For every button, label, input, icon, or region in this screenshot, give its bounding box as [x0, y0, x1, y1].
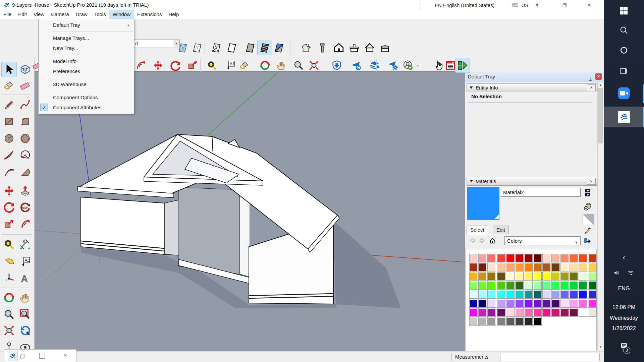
- color-swatch[interactable]: [506, 272, 514, 280]
- toolbar-back-edges-button[interactable]: [190, 41, 204, 55]
- color-swatch[interactable]: [470, 317, 478, 325]
- color-swatch[interactable]: [570, 290, 578, 298]
- color-swatch[interactable]: [506, 254, 514, 262]
- details-icon[interactable]: [583, 237, 591, 245]
- toolbar-get-models-button[interactable]: [330, 58, 344, 72]
- color-swatch[interactable]: [470, 281, 478, 289]
- color-swatch[interactable]: [543, 254, 551, 262]
- color-swatch[interactable]: [488, 263, 496, 271]
- language-bar[interactable]: EN English (United States) US ▲▼: [419, 1, 538, 9]
- tool-previous-view-button[interactable]: [18, 323, 33, 338]
- keyboard-layout-code[interactable]: US: [521, 2, 528, 8]
- color-swatch[interactable]: [497, 263, 505, 271]
- color-swatch[interactable]: [579, 263, 587, 271]
- color-swatch[interactable]: [561, 263, 569, 271]
- tool-dimension-button[interactable]: 3: [18, 237, 33, 252]
- color-swatch[interactable]: [543, 308, 551, 316]
- toolbar-orbit-button[interactable]: [258, 58, 272, 72]
- color-swatch[interactable]: [533, 308, 541, 316]
- color-swatch[interactable]: [488, 308, 496, 316]
- color-swatch[interactable]: [570, 254, 578, 262]
- color-swatch[interactable]: [524, 281, 532, 289]
- tool-pie-button[interactable]: [18, 148, 33, 163]
- tool-pan-button[interactable]: [18, 290, 33, 305]
- color-swatch[interactable]: [479, 308, 487, 316]
- materials-close-icon[interactable]: ×: [587, 178, 596, 185]
- color-swatch[interactable]: [561, 290, 569, 298]
- close-icon[interactable]: ×: [63, 352, 67, 359]
- color-swatch[interactable]: [561, 299, 569, 307]
- tool-two-point-arc-button[interactable]: [2, 165, 16, 179]
- color-swatch[interactable]: [552, 254, 560, 262]
- color-swatch[interactable]: [579, 254, 587, 262]
- tool-paint-bucket-button[interactable]: [2, 78, 16, 93]
- tool-polygon-button[interactable]: [18, 131, 33, 146]
- color-swatch[interactable]: [506, 317, 514, 325]
- color-swatch[interactable]: [470, 272, 478, 280]
- menu-item-component-attributes[interactable]: ✓Component Attributes: [39, 103, 134, 113]
- color-swatch[interactable]: [552, 281, 560, 289]
- toolbar-share-component-button[interactable]: [368, 58, 382, 72]
- maximize-icon[interactable]: [39, 353, 45, 359]
- tool-orbit-button[interactable]: [2, 290, 16, 305]
- speaker-icon[interactable]: [613, 269, 621, 277]
- keyboard-icon[interactable]: [512, 2, 519, 8]
- color-swatch[interactable]: [588, 290, 596, 298]
- color-swatch[interactable]: [479, 281, 487, 289]
- secondary-pane-button[interactable]: [582, 187, 594, 198]
- color-swatch[interactable]: [533, 317, 541, 325]
- color-swatch[interactable]: [543, 281, 551, 289]
- toolbar-interact-hand-button[interactable]: [431, 58, 445, 72]
- wifi-icon[interactable]: [627, 269, 634, 277]
- color-swatch[interactable]: [479, 254, 487, 262]
- collapse-icon[interactable]: [470, 86, 473, 89]
- tool-text-button[interactable]: A1: [18, 254, 33, 269]
- clock-day[interactable]: Wednesday: [604, 315, 644, 321]
- toolbar-wireframe-button[interactable]: [209, 41, 223, 55]
- mat-stack-icon[interactable]: [583, 188, 593, 197]
- color-swatch[interactable]: [497, 308, 505, 316]
- toolbar-xray-button[interactable]: [176, 41, 190, 55]
- toolbar-view-back-button[interactable]: [363, 41, 377, 55]
- color-swatch[interactable]: [533, 254, 541, 262]
- task-view-icon[interactable]: [604, 64, 644, 78]
- language-indicator[interactable]: ENG: [604, 286, 644, 292]
- language-options-icon[interactable]: ▲▼: [536, 3, 538, 7]
- tool-eraser-button[interactable]: [18, 78, 33, 93]
- toolbar-rotate-button[interactable]: [168, 58, 182, 72]
- toolbar-zoom-button[interactable]: [291, 58, 306, 72]
- color-swatch[interactable]: [470, 290, 478, 298]
- tray-close-icon[interactable]: ✕: [595, 73, 602, 80]
- clock-date[interactable]: 1/26/2022: [604, 325, 644, 331]
- restore-icon[interactable]: [20, 353, 26, 359]
- toolbar-account-caret-button[interactable]: [415, 58, 421, 72]
- materials-header[interactable]: Materials ×: [467, 177, 597, 186]
- toolbar-move-button[interactable]: [151, 58, 165, 72]
- color-swatch[interactable]: [470, 308, 478, 316]
- eyedropper-icon[interactable]: [584, 227, 592, 235]
- menu-window[interactable]: Window: [109, 10, 134, 19]
- menu-item-model-info[interactable]: Model Info: [39, 56, 134, 66]
- color-swatch[interactable]: [588, 299, 596, 307]
- active-material-swatch[interactable]: [467, 187, 499, 220]
- start-button[interactable]: [604, 3, 644, 18]
- color-swatch[interactable]: [515, 308, 523, 316]
- color-swatch[interactable]: [524, 290, 532, 298]
- color-swatch[interactable]: [524, 272, 532, 280]
- home-icon[interactable]: [489, 237, 496, 244]
- toolbar-offset-button[interactable]: [133, 58, 148, 72]
- scroll-up-icon[interactable]: ▲: [598, 82, 603, 88]
- menu-item-3d-warehouse[interactable]: 3D Warehouse: [39, 79, 134, 89]
- color-swatch[interactable]: [588, 263, 596, 271]
- material-name-input[interactable]: Material2: [501, 188, 581, 197]
- color-swatch[interactable]: [506, 299, 514, 307]
- win-search-icon[interactable]: [619, 25, 629, 35]
- menu-camera[interactable]: Camera: [48, 10, 72, 19]
- color-swatch[interactable]: [479, 272, 487, 280]
- default-material-button[interactable]: [583, 214, 594, 225]
- tool-scale-button[interactable]: [2, 217, 16, 232]
- measurements-input[interactable]: [500, 353, 600, 361]
- speaker-icon[interactable]: [613, 269, 621, 277]
- color-swatch[interactable]: [543, 272, 551, 280]
- color-swatch[interactable]: [561, 254, 569, 262]
